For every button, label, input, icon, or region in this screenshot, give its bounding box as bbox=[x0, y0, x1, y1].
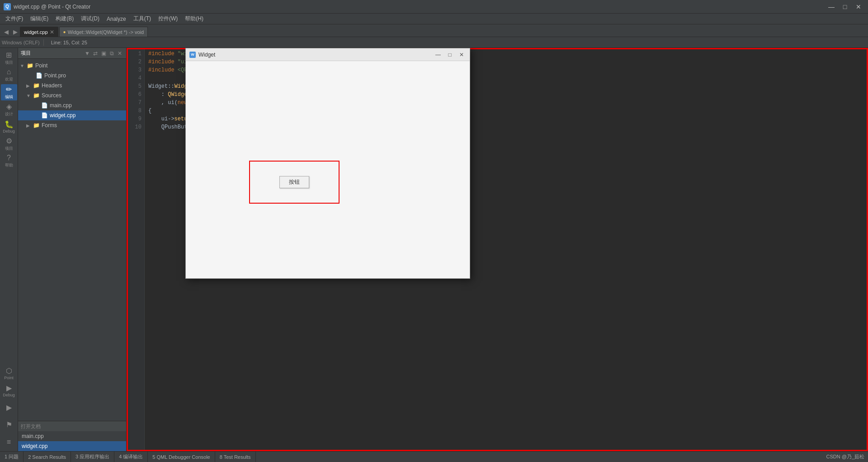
sidebar-item-menu[interactable]: ≡ bbox=[1, 434, 17, 450]
button-preview-area: 按钮 bbox=[249, 161, 340, 204]
edit-label: 编辑 bbox=[5, 94, 13, 100]
tree-arrow-sources: ▼ bbox=[26, 93, 33, 98]
tree-item-widget-cpp[interactable]: 📄 widget.cpp bbox=[18, 110, 126, 120]
tree-label-widget: widget.cpp bbox=[50, 112, 75, 119]
tree-item-forms[interactable]: ▶ 📁 Forms bbox=[18, 120, 126, 130]
line-num-4: 4 bbox=[127, 74, 144, 82]
status-tab-qml-label: 5 QML Debugger Console bbox=[152, 454, 210, 460]
menu-controls[interactable]: 控件(W) bbox=[155, 14, 181, 24]
help-icon: ? bbox=[7, 154, 11, 162]
status-tab-compile[interactable]: 4 编译输出 bbox=[114, 452, 148, 462]
line-num-2: 2 bbox=[127, 58, 144, 66]
panel-close-btn[interactable]: ✕ bbox=[116, 50, 123, 57]
open-files-panel: 打开文档 main.cpp widget.cpp bbox=[18, 421, 126, 451]
widget-title-text: Widget bbox=[198, 52, 431, 58]
status-tab-app-label: 3 应用程序输出 bbox=[75, 453, 109, 460]
close-button[interactable]: ✕ bbox=[853, 2, 864, 11]
tree-item-headers[interactable]: ▶ 📁 Headers bbox=[18, 81, 126, 90]
maximize-button[interactable]: □ bbox=[839, 2, 851, 11]
run-icon: ▶ bbox=[6, 403, 12, 412]
tree-label-headers: Headers bbox=[42, 82, 62, 89]
status-tab-test[interactable]: 8 Test Results bbox=[215, 452, 256, 462]
sidebar-item-help[interactable]: ? 帮助 bbox=[1, 153, 17, 169]
menu-file[interactable]: 文件(F) bbox=[2, 14, 27, 24]
menu-tools[interactable]: 工具(T) bbox=[130, 14, 155, 24]
line-num-6: 6 bbox=[127, 90, 144, 99]
tree-arrow-forms: ▶ bbox=[26, 123, 33, 128]
sidebar-item-edit[interactable]: ✏ 编辑 bbox=[1, 84, 17, 100]
tree-arrow-point: ▼ bbox=[20, 63, 26, 68]
design-icon: ◈ bbox=[6, 102, 12, 111]
welcome-label: 欢迎 bbox=[5, 76, 13, 82]
folder-icon-forms: 📁 bbox=[33, 122, 40, 129]
tree-item-point-pro[interactable]: 📄 Point.pro bbox=[18, 71, 126, 81]
tab-nav-forward[interactable]: ▶ bbox=[11, 27, 20, 37]
sidebar-item-projects[interactable]: ⊞ 项目 bbox=[1, 50, 17, 66]
widget-close-btn[interactable]: ✕ bbox=[457, 50, 466, 59]
line-num-1: 1 bbox=[127, 50, 144, 58]
widget-maximize-btn[interactable]: □ bbox=[445, 50, 454, 59]
tree-item-sources[interactable]: ▼ 📁 Sources bbox=[18, 90, 126, 100]
menu-build[interactable]: 构建(B) bbox=[52, 14, 77, 24]
sidebar-icons: ⊞ 项目 ⌂ 欢迎 ✏ 编辑 ◈ 设计 🐛 Debug ⚙ 项目 ? 帮助 ⬡ bbox=[0, 48, 18, 451]
menu-help[interactable]: 帮助(H) bbox=[181, 14, 207, 24]
panel-filter-btn[interactable]: ▼ bbox=[84, 50, 91, 57]
status-tab-problems[interactable]: 1 问题 bbox=[0, 452, 24, 462]
tree-label-point: Point bbox=[35, 62, 47, 69]
welcome-icon: ⌂ bbox=[7, 68, 11, 76]
sidebar-item-design[interactable]: ◈ 设计 bbox=[1, 101, 17, 118]
tab-widget-cpp[interactable]: widget.cpp ✕ bbox=[20, 27, 58, 37]
tab-nav-back[interactable]: ◀ bbox=[2, 27, 11, 37]
title-bar: Q widget.cpp @ Point - Qt Creator — □ ✕ bbox=[0, 0, 868, 14]
sidebar-item-debug[interactable]: 🐛 Debug bbox=[1, 119, 17, 135]
menu-analyze[interactable]: Analyze bbox=[103, 15, 130, 23]
tab-function-label: Widget::Widget(QWidget *) -> void bbox=[68, 29, 144, 35]
panel-float-btn[interactable]: ⧉ bbox=[108, 50, 115, 57]
line-num-10: 10 bbox=[127, 123, 144, 131]
menu-debug[interactable]: 调试(D) bbox=[77, 14, 103, 24]
tree-label-pro: Point.pro bbox=[44, 72, 66, 79]
panel-collapse-btn[interactable]: ▣ bbox=[100, 50, 107, 57]
preview-button[interactable]: 按钮 bbox=[279, 176, 309, 188]
point-label: Point bbox=[4, 376, 14, 380]
status-tab-app-output[interactable]: 3 应用程序输出 bbox=[71, 452, 114, 462]
tab-function[interactable]: ● Widget::Widget(QWidget *) -> void bbox=[59, 27, 148, 37]
app-icon: Q bbox=[4, 3, 11, 10]
widget-content: 按钮 bbox=[186, 61, 470, 278]
widget-title-icon: W bbox=[189, 52, 196, 58]
tree-item-point[interactable]: ▼ 📁 Point bbox=[18, 61, 126, 71]
edit-icon: ✏ bbox=[6, 85, 12, 94]
folder-icon-sources: 📁 bbox=[33, 92, 40, 99]
sidebar-item-debug2[interactable]: ▶ Debug bbox=[1, 382, 17, 399]
open-file-main-label: main.cpp bbox=[22, 433, 44, 439]
sidebar-item-point[interactable]: ⬡ Point bbox=[1, 365, 17, 381]
tree-item-main-cpp[interactable]: 📄 main.cpp bbox=[18, 100, 126, 110]
projects-icon: ⊞ bbox=[6, 51, 12, 59]
sidebar-item-welcome[interactable]: ⌂ 欢迎 bbox=[1, 67, 17, 83]
project-panel-title: 项目 bbox=[21, 50, 31, 57]
status-tabs: 1 问题 2 Search Results 3 应用程序输出 4 编译输出 5 … bbox=[0, 452, 256, 462]
menu-icon: ≡ bbox=[7, 438, 11, 446]
project-tree: ▼ 📁 Point 📄 Point.pro ▶ 📁 Headers ▼ 📁 So… bbox=[18, 59, 126, 421]
sidebar-item-flag[interactable]: ⚑ bbox=[1, 417, 17, 433]
point-icon: ⬡ bbox=[6, 367, 12, 375]
line-num-3: 3 bbox=[127, 66, 144, 74]
panel-sync-btn[interactable]: ⇄ bbox=[92, 50, 99, 57]
widget-minimize-btn[interactable]: — bbox=[434, 50, 443, 59]
tab-close-icon[interactable]: ✕ bbox=[50, 29, 54, 35]
menu-edit[interactable]: 编辑(E) bbox=[27, 14, 52, 24]
file-icon-main: 📄 bbox=[41, 102, 48, 109]
status-tab-search-label: 2 Search Results bbox=[28, 454, 66, 460]
minimize-button[interactable]: — bbox=[826, 2, 837, 11]
open-file-main[interactable]: main.cpp bbox=[18, 431, 126, 441]
tree-label-sources: Sources bbox=[42, 92, 61, 99]
line-num-9: 9 bbox=[127, 115, 144, 123]
sidebar-item-run[interactable]: ▶ bbox=[1, 400, 17, 416]
open-file-widget[interactable]: widget.cpp bbox=[18, 441, 126, 451]
help-label: 帮助 bbox=[5, 162, 13, 168]
location-label: Windows (CRLF) bbox=[2, 40, 40, 45]
sidebar-item-project-settings[interactable]: ⚙ 项目 bbox=[1, 136, 17, 152]
status-tab-search[interactable]: 2 Search Results bbox=[24, 452, 71, 462]
status-tab-qml[interactable]: 5 QML Debugger Console bbox=[148, 452, 215, 462]
tab-label: widget.cpp bbox=[24, 29, 48, 35]
